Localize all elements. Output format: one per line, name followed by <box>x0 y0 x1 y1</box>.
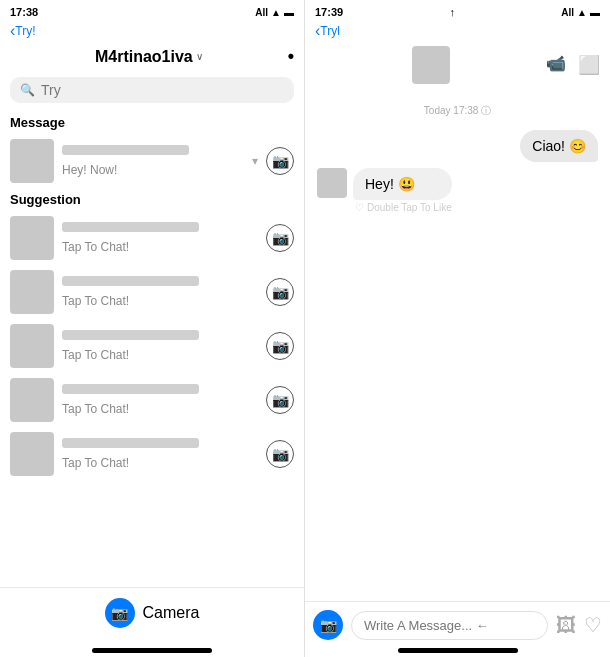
item-name-bar <box>62 222 199 232</box>
camera-icon-suggestion-4[interactable]: 📷 <box>266 440 294 468</box>
suggestion-section-label: Suggestion <box>0 188 304 211</box>
home-bar-right <box>398 648 518 653</box>
avatar <box>10 378 54 422</box>
chevron-down-icon[interactable]: ∨ <box>196 51 203 62</box>
message-item[interactable]: Hey! Now! ▾ 📷 <box>0 134 304 188</box>
left-panel: 17:38 All ▲ ▬ ‹ Try! M4rtinao1iva ∨ • 🔍 … <box>0 0 305 657</box>
bubble-left-content: Hey! 😃 ♡ Double Tap To Like <box>353 168 452 213</box>
bubble-right-text: Ciao! <box>532 138 565 154</box>
bubble-left[interactable]: Hey! 😃 <box>353 168 452 200</box>
camera-icon-message[interactable]: 📷 <box>266 147 294 175</box>
suggestion-item-1[interactable]: Tap To Chat! 📷 <box>0 265 304 319</box>
suggestion-item-4[interactable]: Tap To Chat! 📷 <box>0 427 304 481</box>
status-icons-right: All ▲ ▬ <box>561 7 600 18</box>
location-arrow-icon: ↑ <box>449 6 455 18</box>
suggestion-item-text-2: Tap To Chat! <box>62 348 129 362</box>
camera-symbol: 📷 <box>272 446 289 462</box>
bubble-right-emoji: 😊 <box>569 138 586 154</box>
avatar-header-container <box>315 46 546 84</box>
username: M4rtinao1iva <box>95 48 193 66</box>
battery-icon-left: ▬ <box>284 7 294 18</box>
camera-icon-suggestion-1[interactable]: 📷 <box>266 278 294 306</box>
signal-right: All <box>561 7 574 18</box>
bottom-bar-left: 📷 Camera <box>0 587 304 648</box>
username-container: M4rtinao1iva ∨ <box>10 48 288 66</box>
wifi-icon-right: ▲ <box>577 7 587 18</box>
search-icon: 🔍 <box>20 83 35 97</box>
header-dots[interactable]: • <box>288 46 294 67</box>
info-icon[interactable]: ⬜ <box>578 54 600 76</box>
message-section-label: Message <box>0 111 304 134</box>
camera-symbol: 📷 <box>272 230 289 246</box>
chat-avatar-header <box>412 46 450 84</box>
suggestion-item-text-1: Tap To Chat! <box>62 294 129 308</box>
item-name-bar <box>62 330 199 340</box>
time-right: 17:39 <box>315 6 343 18</box>
avatar <box>10 216 54 260</box>
suggestion-item-2[interactable]: Tap To Chat! 📷 <box>0 319 304 373</box>
camera-symbol: 📷 <box>272 153 289 169</box>
message-item-icons: ▾ 📷 <box>252 147 294 175</box>
suggestion-item-content-4: Tap To Chat! <box>62 438 258 471</box>
header-right: 📹 ⬜ <box>305 42 610 90</box>
item-name-bar <box>62 145 189 155</box>
bubble-left-emoji: 😃 <box>398 176 415 192</box>
message-input[interactable] <box>351 611 548 640</box>
suggestion-item-3[interactable]: Tap To Chat! 📷 <box>0 373 304 427</box>
status-icons-left: All ▲ ▬ <box>255 7 294 18</box>
suggestion-item-text-3: Tap To Chat! <box>62 402 129 416</box>
status-bar-left: 17:38 All ▲ ▬ <box>0 0 304 22</box>
item-name-bar <box>62 438 199 448</box>
message-item-text: Hey! Now! <box>62 163 117 177</box>
item-name-bar <box>62 276 199 286</box>
chat-timestamp: Today 17:38 ⓘ <box>317 104 598 118</box>
suggestion-item-content-0: Tap To Chat! <box>62 222 258 255</box>
search-input[interactable] <box>41 82 284 98</box>
back-label-right: Tryl <box>320 24 340 38</box>
camera-icon-blue: 📷 <box>111 605 128 621</box>
suggestion-item-content-3: Tap To Chat! <box>62 384 258 417</box>
video-icon[interactable]: 📹 <box>546 54 566 76</box>
bubble-left-text: Hey! <box>365 176 394 192</box>
right-panel: 17:39 ↑ All ▲ ▬ ‹ Tryl 📹 ⬜ Today 17:38 ⓘ… <box>305 0 610 657</box>
home-bar-left <box>92 648 212 653</box>
double-tap-hint: ♡ Double Tap To Like <box>355 202 452 213</box>
camera-icon-suggestion-2[interactable]: 📷 <box>266 332 294 360</box>
message-item-content: Hey! Now! <box>62 145 244 178</box>
signal-left: All <box>255 7 268 18</box>
back-label-left: Try! <box>15 24 35 38</box>
suggestion-item-content-2: Tap To Chat! <box>62 330 258 363</box>
bubble-right[interactable]: Ciao! 😊 <box>520 130 598 162</box>
bottom-bar-right: 📷 🖼 ♡ <box>305 601 610 644</box>
battery-icon-right: ▬ <box>590 7 600 18</box>
camera-symbol: 📷 <box>272 392 289 408</box>
camera-button-left[interactable]: 📷 <box>105 598 135 628</box>
double-tap-text: Double Tap To Like <box>367 202 452 213</box>
avatar <box>10 432 54 476</box>
camera-icon-suggestion-0[interactable]: 📷 <box>266 224 294 252</box>
suggestion-item-text-4: Tap To Chat! <box>62 456 129 470</box>
suggestion-item-0[interactable]: Tap To Chat! 📷 <box>0 211 304 265</box>
suggestion-item-text-0: Tap To Chat! <box>62 240 129 254</box>
image-icon[interactable]: 🖼 <box>556 614 576 637</box>
time-left: 17:38 <box>10 6 38 18</box>
search-bar[interactable]: 🔍 <box>10 77 294 103</box>
dropdown-icon: ▾ <box>252 154 258 168</box>
heart-input-icon[interactable]: ♡ <box>584 613 602 637</box>
camera-icon-suggestion-3[interactable]: 📷 <box>266 386 294 414</box>
item-name-bar <box>62 384 199 394</box>
camera-symbol: 📷 <box>272 284 289 300</box>
nav-back-left[interactable]: ‹ Try! <box>0 22 304 42</box>
camera-button-right[interactable]: 📷 <box>313 610 343 640</box>
sender-avatar <box>317 168 347 198</box>
camera-label: Camera <box>143 604 200 622</box>
bubble-left-row: Hey! 😃 ♡ Double Tap To Like <box>317 168 598 213</box>
nav-back-right[interactable]: ‹ Tryl <box>305 22 610 42</box>
status-bar-right: 17:39 ↑ All ▲ ▬ <box>305 0 610 22</box>
chat-area: Today 17:38 ⓘ Ciao! 😊 Hey! 😃 ♡ Double Ta… <box>305 90 610 601</box>
suggestion-item-content-1: Tap To Chat! <box>62 276 258 309</box>
avatar <box>10 139 54 183</box>
header-right-actions: 📹 ⬜ <box>546 54 600 76</box>
camera-symbol: 📷 <box>272 338 289 354</box>
avatar <box>10 270 54 314</box>
